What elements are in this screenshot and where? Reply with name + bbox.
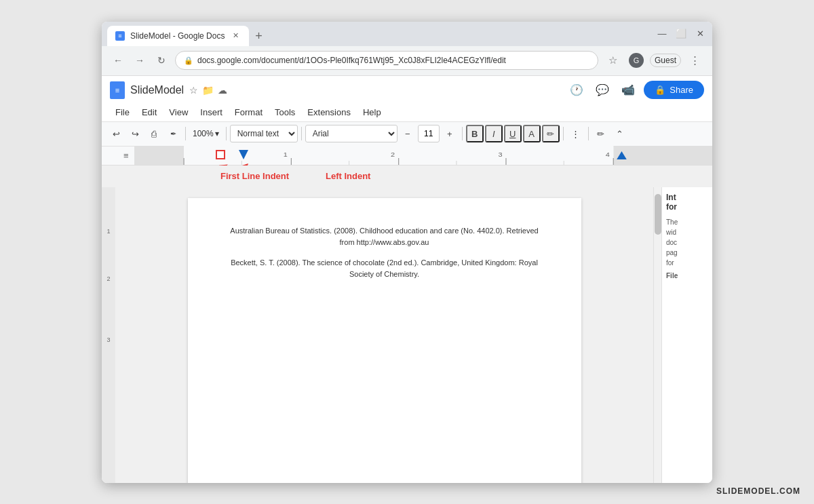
tab-area: ≡ SlideModel - Google Docs ✕ +	[107, 22, 653, 46]
title-icons: ☆ 📁 ☁	[189, 85, 227, 96]
first-line-indent-marker[interactable]	[216, 150, 225, 159]
url-text: docs.google.com/document/d/1OOs-Ple0Ifkq…	[197, 56, 506, 65]
side-text-bold: File	[666, 271, 708, 281]
zoom-chevron: ▾	[215, 129, 219, 138]
italic-button[interactable]: I	[485, 125, 503, 142]
first-line-indent-label: First Line Indent	[220, 171, 289, 181]
close-button[interactable]: ✕	[693, 28, 707, 39]
left-indent-marker[interactable]	[239, 150, 248, 159]
margin-indicators: 1 2 3	[102, 187, 115, 483]
new-tab-button[interactable]: +	[249, 27, 268, 46]
menu-edit[interactable]: Edit	[136, 104, 162, 120]
font-select[interactable]: Arial Times New Roman	[305, 125, 398, 142]
menu-extensions[interactable]: Extensions	[302, 104, 356, 120]
paragraph-1-line1: Australian Bureau of Statistics. (2008).…	[230, 227, 538, 235]
menu-insert[interactable]: Insert	[195, 104, 228, 120]
text-color-button[interactable]: A	[523, 125, 541, 142]
expand-button[interactable]: ⌃	[611, 125, 629, 142]
share-button[interactable]: 🔒 Share	[644, 81, 704, 99]
ruler: ≡ 1	[102, 147, 712, 166]
undo-button[interactable]: ↩	[107, 125, 125, 142]
menu-button[interactable]: ⋮	[685, 51, 704, 70]
margin-mark-3: 3	[106, 336, 110, 343]
url-bar[interactable]: 🔒 docs.google.com/document/d/1OOs-Ple0If…	[175, 51, 598, 70]
docs-title-row: ≡ SlideModel ☆ 📁 ☁ 🕐 💬 📹 🔒 Share	[110, 80, 704, 100]
bold-button[interactable]: B	[466, 125, 484, 142]
font-size-decrease[interactable]: −	[399, 125, 416, 142]
svg-text:2: 2	[391, 151, 395, 158]
paragraph-1-line2: from http://www.abs.gov.au	[340, 238, 429, 246]
tab-title: SlideModel - Google Docs	[130, 31, 225, 41]
separator-4	[462, 127, 463, 140]
folder-icon[interactable]: 📁	[202, 85, 214, 96]
docs-toolbar: ↩ ↪ ⎙ ✒ 100% ▾ Normal text Heading 1 Hea…	[102, 122, 712, 147]
docs-body: 1 2 3 Australian Bureau of Statistics. (…	[102, 187, 712, 483]
paragraph-2-line1: Beckett, S. T. (2008). The science of ch…	[231, 258, 538, 267]
font-size-input[interactable]	[418, 125, 440, 142]
font-size-increase[interactable]: +	[441, 125, 459, 142]
side-text-3: doc	[666, 237, 708, 248]
refresh-button[interactable]: ↻	[153, 52, 170, 69]
lock-share-icon: 🔒	[655, 85, 665, 95]
separator-1	[185, 127, 186, 140]
lock-icon: 🔒	[184, 56, 193, 65]
profile-label: Guest	[655, 56, 676, 65]
svg-text:3: 3	[498, 151, 503, 158]
more-button[interactable]: ⋮	[567, 125, 585, 142]
menu-format[interactable]: Format	[229, 104, 268, 120]
active-tab[interactable]: ≡ SlideModel - Google Docs ✕	[107, 26, 249, 46]
menu-tools[interactable]: Tools	[269, 104, 301, 120]
profile-button[interactable]: Guest	[650, 54, 681, 67]
margin-mark-1: 1	[106, 228, 110, 235]
scrollbar-track[interactable]	[653, 187, 661, 483]
window-controls: — ⬜ ✕	[655, 28, 707, 39]
doc-title[interactable]: SlideModel	[130, 84, 184, 96]
underline-button[interactable]: U	[504, 125, 522, 142]
doc-scroll-area[interactable]: Australian Bureau of Statistics. (2008).…	[115, 187, 653, 483]
comment-button[interactable]: 💬	[592, 80, 613, 100]
star-icon[interactable]: ☆	[189, 85, 198, 96]
minimize-button[interactable]: —	[655, 28, 669, 39]
list-icon: ≡	[123, 151, 129, 161]
margin-mark-2: 2	[106, 275, 110, 282]
svg-text:1: 1	[283, 151, 288, 158]
paint-format-button[interactable]: ✒	[164, 125, 182, 142]
scrollbar-thumb[interactable]	[655, 194, 661, 235]
svg-text:4: 4	[605, 151, 610, 158]
separator-3	[301, 127, 302, 140]
forward-button[interactable]: →	[132, 52, 148, 69]
header-actions: 🕐 💬 📹 🔒 Share	[566, 80, 704, 100]
profile-icon[interactable]: G	[627, 51, 646, 70]
menu-help[interactable]: Help	[357, 104, 387, 120]
redo-button[interactable]: ↪	[126, 125, 144, 142]
print-button[interactable]: ⎙	[145, 125, 163, 142]
side-panel-collapse-button[interactable]: ‹	[661, 324, 662, 346]
cloud-icon[interactable]: ☁	[218, 85, 227, 96]
ruler-container: ≡ 1	[102, 147, 712, 166]
edit-mode-button[interactable]: ✏	[592, 125, 610, 142]
menu-file[interactable]: File	[110, 104, 135, 120]
camera-button[interactable]: 📹	[618, 80, 638, 100]
side-panel-title-2: for	[666, 202, 677, 212]
side-text-5: for	[666, 258, 708, 268]
left-indent-label: Left Indent	[326, 171, 370, 181]
back-button[interactable]: ←	[110, 52, 126, 69]
annotation-labels-row: First Line Indent Left Indent	[102, 166, 712, 187]
docs-app-icon: ≡	[110, 81, 125, 99]
docs-header: ≡ SlideModel ☆ 📁 ☁ 🕐 💬 📹 🔒 Share	[102, 76, 712, 122]
zoom-value: 100%	[193, 129, 214, 138]
history-button[interactable]: 🕐	[566, 80, 587, 100]
side-panel-title-1: Int	[666, 193, 676, 202]
paragraph-1: Australian Bureau of Statistics. (2008).…	[229, 225, 541, 249]
address-bar: ← → ↻ 🔒 docs.google.com/document/d/1OOs-…	[102, 46, 712, 76]
browser-actions: ☆ G Guest ⋮	[604, 51, 704, 70]
zoom-select[interactable]: 100% ▾	[189, 127, 222, 140]
title-bar: ≡ SlideModel - Google Docs ✕ + — ⬜ ✕	[102, 22, 712, 46]
bookmark-button[interactable]: ☆	[604, 51, 623, 70]
highlight-button[interactable]: ✏	[542, 125, 560, 142]
side-text-2: wid	[666, 227, 708, 237]
style-select[interactable]: Normal text Heading 1 Heading 2	[230, 125, 298, 142]
menu-view[interactable]: View	[163, 104, 193, 120]
maximize-button[interactable]: ⬜	[674, 28, 688, 39]
tab-close-button[interactable]: ✕	[230, 31, 241, 41]
